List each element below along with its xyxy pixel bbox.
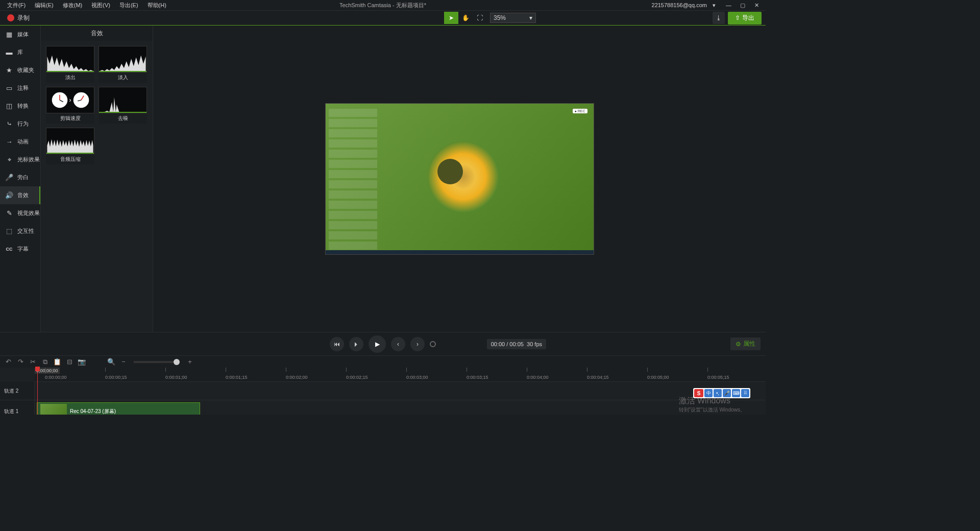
snapshot-button[interactable]: 📷 [77, 357, 87, 367]
nav-library[interactable]: ▬库 [0, 43, 40, 61]
minimize-button[interactable]: — [722, 1, 734, 9]
asset-denoise[interactable]: 去噪 [99, 87, 147, 124]
annotation-icon: ▭ [5, 84, 13, 92]
record-icon [7, 14, 14, 21]
nav-captions[interactable]: CC字幕 [0, 240, 40, 258]
ruler-tick: 0:00:01;00 [165, 375, 187, 380]
timeline-toolbar: ↶ ↷ ✂ ⧉ 📋 ⊟ 📷 🔍 − + [0, 355, 766, 368]
clock-icon [72, 91, 90, 109]
visual-icon: ✎ [5, 209, 13, 217]
close-button[interactable]: ✕ [750, 1, 763, 10]
ime-voice-button[interactable]: 🎤 [723, 389, 731, 397]
cut-button[interactable]: ✂ [28, 357, 38, 367]
step-fwd-button[interactable]: ‹ [391, 337, 405, 351]
asset-compress[interactable]: 音频压缩 [46, 128, 94, 164]
maximize-button[interactable]: ▢ [736, 1, 748, 10]
asset-fadeout[interactable]: 淡出 [46, 46, 94, 83]
gear-icon: ⚙ [736, 341, 741, 348]
split-button[interactable]: ⊟ [64, 357, 75, 367]
menu-help[interactable]: 帮助(H) [143, 1, 170, 10]
ime-logo-icon: S [694, 389, 703, 397]
ruler-tick: 0:00:04;15 [587, 375, 609, 380]
step-back-button[interactable]: ⏵ [349, 337, 363, 351]
transition-icon: ◫ [5, 102, 13, 110]
ime-lang-button[interactable]: 中 [704, 389, 713, 397]
track1-header[interactable]: 轨道 1 [0, 400, 35, 415]
account-label[interactable]: 2215788156@qq.com ▾ [644, 1, 720, 10]
menu-export[interactable]: 导出(E) [115, 1, 142, 10]
play-button[interactable]: ▶ [369, 335, 386, 353]
menu-modify[interactable]: 修改(M) [59, 1, 87, 10]
nav-audio[interactable]: 🔊音效 [0, 186, 40, 204]
share-icon: ⇧ [735, 14, 740, 21]
zoom-out-button[interactable]: − [118, 357, 129, 367]
playhead[interactable] [37, 368, 38, 415]
title-bar: 文件(F) 编辑(E) 修改(M) 视图(V) 导出(E) 帮助(H) Tech… [0, 0, 766, 10]
timeline-zoom-slider[interactable] [134, 361, 180, 363]
audio-icon: 🔊 [5, 191, 13, 199]
nav-favorites[interactable]: ★收藏夹 [0, 61, 40, 79]
playback-bar: ⏮ ⏵ ▶ ‹ › 00:00 / 00:05 30 fps ⚙ 属性 [0, 332, 766, 355]
asset-clipspeed[interactable]: › 剪辑速度 [46, 87, 94, 124]
zoom-in-button[interactable]: + [185, 357, 195, 367]
ruler-tick: 0:00:05;15 [707, 375, 729, 380]
ruler-tick: 0:00:05;00 [647, 375, 669, 380]
zoom-search-icon: 🔍 [106, 357, 116, 367]
select-tool[interactable]: ➤ [444, 12, 458, 24]
clip-thumbnail [40, 404, 67, 415]
nav-interactive[interactable]: ⬚交互性 [0, 222, 40, 240]
star-icon: ★ [5, 66, 13, 74]
canvas-area[interactable]: ● REC [153, 26, 766, 332]
menu-edit[interactable]: 编辑(E) [31, 1, 58, 10]
marker-button[interactable] [430, 341, 436, 347]
behavior-icon: ⤷ [5, 120, 13, 128]
asset-fadein[interactable]: 淡入 [99, 46, 147, 83]
track2[interactable] [35, 382, 766, 400]
ime-toolbar[interactable]: S 中 •, 🎤 ⌨ ⠿ [693, 388, 750, 398]
menu-view[interactable]: 视图(V) [87, 1, 114, 10]
crop-tool[interactable]: ⛶ [473, 12, 487, 24]
nav-cursor[interactable]: ⌖光标效果 [0, 151, 40, 168]
prev-clip-button[interactable]: ⏮ [330, 337, 344, 351]
properties-button[interactable]: ⚙ 属性 [730, 337, 761, 350]
copy-button[interactable]: ⧉ [40, 357, 50, 367]
ime-punct-button[interactable]: •, [714, 389, 722, 397]
nav-visual[interactable]: ✎视觉效果 [0, 204, 40, 222]
next-clip-button[interactable]: › [410, 337, 425, 351]
paste-button[interactable]: 📋 [52, 357, 62, 367]
download-button[interactable]: ⭳ [713, 12, 725, 24]
nav-animations[interactable]: →动画 [0, 133, 40, 151]
export-button[interactable]: ⇧ 导出 [728, 12, 762, 25]
preview-badge: ● REC [573, 109, 587, 113]
nav-annotations[interactable]: ▭注释 [0, 79, 40, 97]
left-nav: ▦媒体 ▬库 ★收藏夹 ▭注释 ◫转换 ⤷行为 →动画 ⌖光标效果 🎤旁白 🔊音… [0, 26, 41, 332]
pan-tool[interactable]: ✋ [458, 12, 473, 24]
menu-file[interactable]: 文件(F) [3, 1, 30, 10]
canvas-zoom-select[interactable]: 35%▾ [490, 13, 536, 23]
timeline-ruler[interactable]: 0;00;00;00 0:00:00;000:00:00;150:00:01;0… [35, 368, 766, 382]
preview-content [427, 141, 499, 212]
preview-taskbar [326, 250, 594, 254]
clock-icon [51, 91, 68, 109]
nav-media[interactable]: ▦媒体 [0, 26, 40, 43]
ruler-tick: 0:00:02;00 [286, 375, 308, 380]
record-button[interactable]: 录制 [2, 12, 35, 25]
ime-menu-button[interactable]: ⠿ [741, 389, 749, 397]
ime-keyboard-button[interactable]: ⌨ [732, 389, 740, 397]
track1[interactable]: Rec 04-07-23 (屏幕) [35, 400, 766, 415]
nav-narration[interactable]: 🎤旁白 [0, 168, 40, 186]
undo-button[interactable]: ↶ [3, 357, 13, 367]
animation-icon: → [5, 138, 13, 146]
timeline: + ⋀ ⋁ 0;00;00;00 0:00:00;000:00:00;150:0… [0, 368, 766, 415]
nav-transitions[interactable]: ◫转换 [0, 97, 40, 115]
ruler-tick: 0:00:00;15 [105, 375, 127, 380]
chevron-down-icon: ▾ [529, 14, 532, 21]
track2-header[interactable]: 轨道 2 [0, 382, 35, 400]
redo-button[interactable]: ↷ [15, 357, 26, 367]
nav-behaviors[interactable]: ⤷行为 [0, 115, 40, 133]
ruler-tick: 0:00:04;00 [527, 375, 549, 380]
windows-watermark: 激活 Windows 转到"设置"以激活 Windows。 [679, 396, 745, 414]
clip-rec[interactable]: Rec 04-07-23 (屏幕) [37, 402, 200, 415]
video-preview[interactable]: ● REC [325, 103, 594, 255]
ruler-tick: 0:00:03;00 [406, 375, 428, 380]
